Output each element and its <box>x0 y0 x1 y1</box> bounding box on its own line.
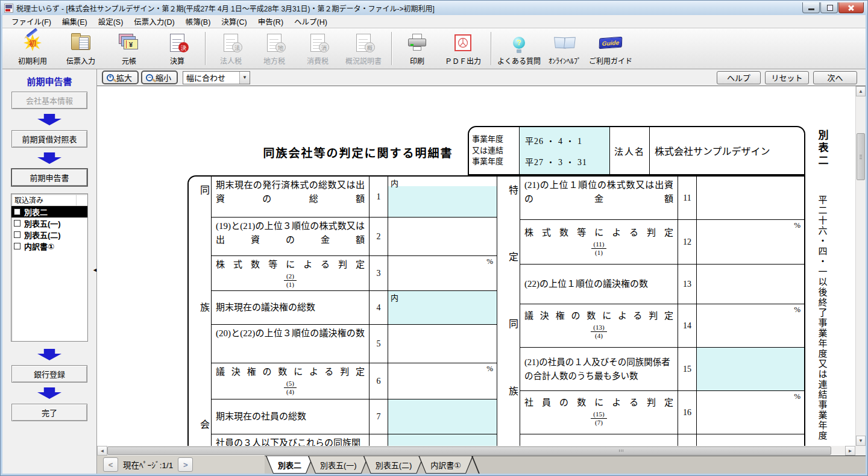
close-button[interactable] <box>838 2 864 13</box>
reset-button[interactable]: リセット <box>765 71 809 84</box>
toolbar: 初 初期利用 伝票入力 ¥ 元帳 決 決算 法 法人税 地 地方税 <box>2 28 866 69</box>
menu-help[interactable]: ヘルプ(H) <box>289 14 333 28</box>
scroll-right-button[interactable]: ► <box>845 446 855 456</box>
settlement-icon: 決 <box>170 32 184 54</box>
list-item-beppyo2[interactable]: 別表二 <box>11 206 87 218</box>
table-row: (21)の上位１順位の株式数又は出資の金額 11 <box>520 177 804 220</box>
next-button[interactable]: 次へ <box>813 71 857 84</box>
list-item-uchiwakesho[interactable]: 内訳書① <box>11 240 87 252</box>
consumption-tax-icon: 消 <box>310 32 325 54</box>
table-row: 期末現在の発行済株式の総数又は出資の総額 1 内 <box>212 177 497 218</box>
tab-uchiwakesho[interactable]: 内訳書① <box>418 456 473 474</box>
checkbox-icon[interactable] <box>14 220 20 227</box>
checkbox-icon[interactable] <box>14 231 20 238</box>
imported-forms-list: 取込済み 別表二 別表五(一) 別表五(二) 内訳書① <box>11 193 88 342</box>
restore-button[interactable] <box>820 2 838 13</box>
zoom-in-icon: + <box>107 74 114 81</box>
prev-balance-sheet-button[interactable]: 前期貸借対照表 <box>11 130 87 148</box>
table-row: 期末現在の社員の総数 7 <box>212 399 497 434</box>
menu-books[interactable]: 帳簿(B) <box>180 14 216 28</box>
titlebar: 税理士いらず - [株式会社サンプルデザイン・第２期(平成27年 4月 1日～平… <box>1 1 867 15</box>
input-cell-11[interactable] <box>697 177 804 219</box>
done-button[interactable]: 完了 <box>11 404 87 421</box>
voucher-entry-icon <box>71 32 90 54</box>
input-cell-1[interactable]: 内 <box>388 177 497 217</box>
app-icon <box>4 4 13 13</box>
sidebar-collapse-handle[interactable]: ◄ <box>92 266 97 274</box>
menu-tax-return[interactable]: 申告(R) <box>253 14 289 28</box>
vertical-scrollbar[interactable]: ▲ ▼ <box>855 86 866 446</box>
input-cell-16[interactable]: % <box>697 391 804 434</box>
input-cell-13[interactable] <box>697 265 804 304</box>
input-cell-6[interactable]: % <box>388 363 497 399</box>
table-row: (21)の社員の１人及びその同族関係者の合計人数のうち最も多い数 15 <box>520 348 804 391</box>
menu-file[interactable]: ファイル(F) <box>6 14 57 28</box>
toolbar-item-print[interactable]: 印刷 <box>395 28 439 69</box>
input-cell-15[interactable] <box>697 348 804 390</box>
toolbar-item-faq[interactable]: ? よくある質問 <box>495 28 543 69</box>
toolbar-item-ledger[interactable]: ¥ 元帳 <box>105 28 153 69</box>
fraction: (11)(1) <box>524 240 673 256</box>
fiscal-year-from: 平26 ・ 4 ・ 1 <box>525 134 609 146</box>
tab-beppyo5-2[interactable]: 別表五(二) <box>363 456 424 474</box>
input-cell-4[interactable]: 内 <box>388 291 497 324</box>
list-header: 取込済み <box>11 194 87 206</box>
bank-registration-button[interactable]: 銀行登録 <box>11 365 87 383</box>
input-cell-5[interactable] <box>388 325 497 363</box>
corp-name-value: 株式会社サンプルデザイン <box>650 127 804 174</box>
toolbar-item-online-help[interactable]: ｵﾝﾗｲﾝﾍﾙﾌﾟ <box>543 28 587 69</box>
list-item-beppyo5-2[interactable]: 別表五(二) <box>11 229 87 240</box>
corporate-tax-icon: 法 <box>224 32 238 54</box>
menu-settings[interactable]: 設定(S) <box>93 14 129 28</box>
horizontal-scrollbar[interactable]: ◄ ► <box>97 446 855 456</box>
menu-edit[interactable]: 編集(E) <box>57 14 93 28</box>
input-cell-2[interactable] <box>388 218 497 255</box>
page-tab-bar: < 現在ﾍﾟｰｼﾞ:1/1 > 別表二 別表五(一) 別表五(二) 内訳書 <box>97 456 866 474</box>
input-cell-12[interactable]: % <box>697 220 804 264</box>
table-row <box>520 434 804 446</box>
input-cell-8[interactable] <box>388 434 497 446</box>
menu-settlement[interactable]: 決算(C) <box>216 14 252 28</box>
prev-return-button[interactable]: 前期申告書 <box>11 169 87 186</box>
input-cell-3[interactable]: % <box>388 256 497 290</box>
table-row: 期末現在の議決権の総数 4 内 <box>212 291 497 325</box>
vertical-scroll-thumb[interactable] <box>857 133 865 180</box>
zoom-fit-dropdown[interactable]: 幅に合わせ ▼ <box>183 71 250 84</box>
document-viewport: 同族会社等の判定に関する明細書 事業年度 又は連結 事業年度 平26 ・ 4 ・… <box>97 86 855 446</box>
scroll-down-button[interactable]: ▼ <box>856 436 866 446</box>
checkbox-icon[interactable] <box>14 243 20 249</box>
fraction: (2)(1) <box>216 272 365 288</box>
fiscal-year-to: 平27 ・ 3 ・ 31 <box>525 155 609 168</box>
toolbar-item-pdf-export[interactable]: ＰＤＦ出力 <box>439 28 487 69</box>
fraction: (15)(7) <box>524 410 673 426</box>
sidebar-header: 前期申告書 <box>27 75 72 87</box>
zoom-out-button[interactable]: − 縮小 <box>141 70 178 84</box>
list-item-beppyo5-1[interactable]: 別表五(一) <box>11 218 87 229</box>
minimize-button[interactable] <box>802 2 820 13</box>
horizontal-scroll-thumb[interactable] <box>107 446 831 455</box>
toolbar-item-voucher-entry[interactable]: 伝票入力 <box>57 28 105 69</box>
next-page-button[interactable]: > <box>178 457 193 472</box>
prev-page-button[interactable]: < <box>103 457 118 472</box>
scroll-left-button[interactable]: ◄ <box>97 446 107 456</box>
help-button[interactable]: ヘルプ <box>717 71 761 84</box>
toolbar-item-settlement[interactable]: 決 決算 <box>153 28 201 69</box>
menu-voucher-entry[interactable]: 伝票入力(D) <box>128 14 180 28</box>
toolbar-item-initial-use[interactable]: 初 初期利用 <box>8 28 57 69</box>
input-cell-14[interactable]: % <box>697 304 804 347</box>
scroll-up-button[interactable]: ▲ <box>856 86 866 96</box>
chevron-down-icon[interactable]: ▼ <box>239 72 250 84</box>
overview-statement-icon: 概 <box>356 32 371 54</box>
menubar: ファイル(F) 編集(E) 設定(S) 伝票入力(D) 帳簿(B) 決算(C) … <box>2 15 866 28</box>
toolbar-item-guide[interactable]: Guide ご利用ガイド <box>587 28 635 69</box>
input-cell-7[interactable] <box>388 399 497 434</box>
fiscal-year-dates[interactable]: 平26 ・ 4 ・ 1 平27 ・ 3 ・ 31 <box>520 127 610 174</box>
toolbar-item-corporate-tax: 法 法人税 <box>209 28 253 69</box>
checkbox-icon[interactable] <box>14 208 20 215</box>
zoom-in-button[interactable]: + 拡大 <box>102 70 139 84</box>
toolbar-separator <box>205 32 206 65</box>
tab-beppyo2[interactable]: 別表二 <box>266 456 313 474</box>
local-tax-icon: 地 <box>267 32 281 54</box>
tab-beppyo5-1[interactable]: 別表五(一) <box>308 456 369 474</box>
down-arrow-icon <box>37 349 61 360</box>
